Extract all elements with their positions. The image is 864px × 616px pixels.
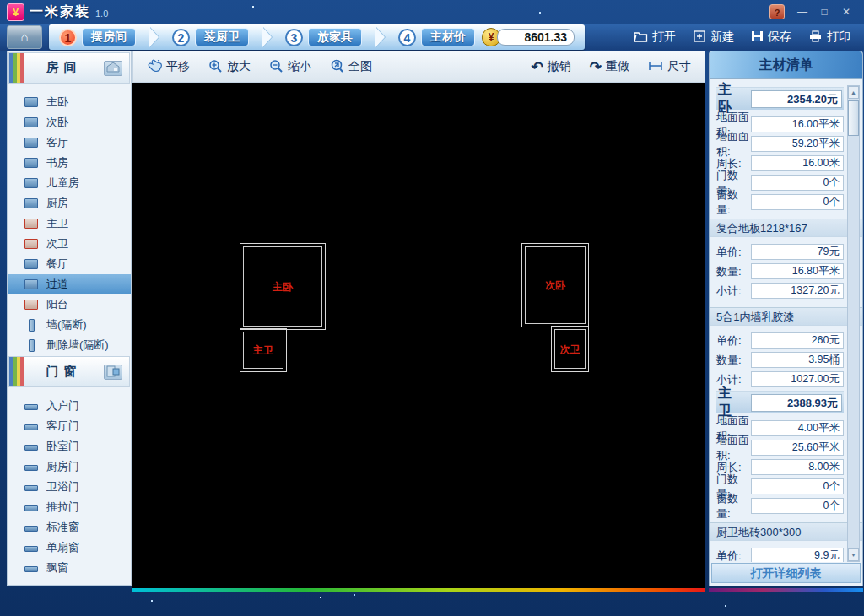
step-button-主材价[interactable]: 主材价 (421, 28, 475, 46)
canvas-tool-撤销[interactable]: ↶撤销 (532, 58, 571, 76)
sidebar-item-卫浴门[interactable]: 卫浴门 (8, 477, 131, 497)
floorplan-room-主卧[interactable]: 主卧 (240, 243, 326, 330)
bed-icon (24, 97, 38, 107)
sidebar-item-儿童房[interactable]: 儿童房 (8, 173, 131, 193)
maximize-icon[interactable]: □ (813, 4, 835, 19)
canvas-tool-label: 撤销 (548, 59, 571, 74)
door-icon (24, 445, 38, 451)
door-window-icon[interactable] (104, 365, 122, 380)
sidebar-item-label: 儿童房 (46, 176, 79, 191)
zoom-in-icon (208, 59, 227, 75)
floorplan-room-主卫[interactable]: 主卫 (240, 328, 287, 372)
material-row-value: 9.9元 (751, 548, 844, 562)
floorplan-canvas[interactable]: 主卧主卫次卧次卫 (132, 83, 705, 588)
sidebar-item-飘窗[interactable]: 飘窗 (8, 558, 131, 578)
sidebar-item-label: 阳台 (46, 297, 68, 312)
open-detail-list-button[interactable]: 打开详细列表 (711, 563, 861, 583)
minimize-icon[interactable]: — (791, 4, 813, 19)
canvas-tool-全图[interactable]: 全图 (330, 59, 372, 75)
canvas-tool-重做[interactable]: ↷重做 (590, 58, 629, 76)
sidebar-item-客厅[interactable]: 客厅 (8, 132, 131, 153)
new-file-icon (693, 30, 710, 45)
sidebar-item-单扇窗[interactable]: 单扇窗 (8, 538, 131, 558)
home-button[interactable]: ⌂ (7, 25, 42, 49)
app-version: 1.0 (95, 8, 108, 19)
canvas-tool-尺寸[interactable]: 尺寸 (648, 58, 691, 76)
materials-panel-title: 主材清单 (710, 51, 862, 79)
material-room-price: 2388.93元 (751, 394, 842, 412)
step-4: 4主材价 (398, 28, 475, 46)
canvas-rainbow-strip (132, 588, 705, 592)
wall-icon (29, 319, 35, 332)
canvas-tool-平移[interactable]: 平移 (147, 59, 190, 75)
save-icon (751, 30, 768, 45)
material-row-label: 数量: (716, 353, 751, 368)
material-row-value: 16.00米 (751, 155, 844, 171)
material-row: 单价:79元 (716, 242, 844, 262)
step-button-摆房间[interactable]: 摆房间 (82, 28, 136, 46)
sidebar-item-阳台[interactable]: 阳台 (8, 294, 131, 315)
sidebar-item-label: 单扇窗 (46, 540, 79, 555)
window-icon (24, 546, 38, 552)
bed-icon (24, 117, 38, 127)
file-action-新建[interactable]: 新建 (693, 30, 734, 45)
material-row: 数量:16.80平米 (716, 262, 844, 281)
file-actions: 打开新建保存打印 (617, 30, 850, 45)
sidebar-item-主卫[interactable]: 主卫 (8, 213, 131, 234)
canvas-tool-缩小[interactable]: 缩小 (269, 59, 311, 75)
sidebar-item-入户门[interactable]: 入户门 (8, 396, 131, 416)
file-action-label: 新建 (710, 30, 734, 45)
file-action-label: 保存 (768, 30, 791, 45)
step-chevron-icon (149, 27, 159, 47)
room-label: 主卫 (240, 343, 286, 358)
step-number: 3 (285, 29, 303, 46)
scrollbar-thumb[interactable] (848, 100, 859, 136)
canvas-tool-label: 放大 (227, 59, 251, 74)
material-row-value: 79元 (751, 244, 844, 260)
sidebar-list: 主卧次卧客厅书房儿童房厨房主卫次卫餐厅过道阳台墙(隔断)删除墙(隔断) (8, 84, 131, 355)
floorplan-room-次卧[interactable]: 次卧 (521, 243, 589, 327)
sidebar-item-主卧[interactable]: 主卧 (8, 92, 131, 112)
sidebar-item-label: 墙(隔断) (46, 317, 87, 332)
scroll-up-icon[interactable]: ▲ (848, 86, 859, 99)
sidebar-item-厨房门[interactable]: 厨房门 (8, 457, 131, 477)
material-room-header: 主 卧2354.20元 (716, 87, 844, 110)
canvas-tool-放大[interactable]: 放大 (208, 59, 251, 75)
room-label: 次卧 (522, 278, 588, 293)
sidebar-item-书房[interactable]: 书房 (8, 153, 131, 173)
sidebar-item-推拉门[interactable]: 推拉门 (8, 497, 131, 517)
scroll-down-icon[interactable]: ▼ (848, 548, 859, 561)
house-icon[interactable] (104, 61, 122, 76)
sidebar-item-删除墙(隔断)[interactable]: 删除墙(隔断) (8, 335, 131, 355)
file-action-label: 打印 (827, 30, 850, 45)
sidebar-item-次卧[interactable]: 次卧 (8, 112, 131, 132)
material-row: 墙面面积:59.20平米 (716, 134, 844, 154)
materials-scrollbar[interactable]: ▲ ▼ (847, 85, 860, 562)
sidebar-item-餐厅[interactable]: 餐厅 (8, 254, 131, 274)
file-action-保存[interactable]: 保存 (751, 30, 791, 45)
sidebar-item-过道[interactable]: 过道 (8, 274, 131, 294)
sidebar-item-客厅门[interactable]: 客厅门 (8, 416, 131, 436)
close-icon[interactable]: ✕ (835, 4, 857, 19)
rainbow-stripes-icon (9, 53, 24, 83)
step-button-装厨卫[interactable]: 装厨卫 (195, 28, 249, 46)
file-action-打印[interactable]: 打印 (808, 30, 850, 45)
floorplan-room-次卫[interactable]: 次卫 (551, 326, 589, 372)
help-icon[interactable]: ? (770, 4, 785, 19)
room-label: 次卫 (552, 342, 588, 356)
sidebar-item-标准窗[interactable]: 标准窗 (8, 517, 131, 538)
step-1: 1摆房间 (59, 28, 136, 46)
sidebar-item-label: 客厅门 (46, 419, 79, 434)
sidebar-item-墙(隔断)[interactable]: 墙(隔断) (8, 315, 131, 335)
step-button-放家具[interactable]: 放家具 (308, 28, 362, 46)
bay-window-icon (24, 566, 38, 572)
sidebar-item-label: 次卫 (46, 236, 68, 251)
door-icon (24, 404, 38, 410)
file-action-打开[interactable]: 打开 (634, 30, 676, 45)
material-row-label: 单价: (716, 333, 751, 349)
sidebar-item-厨房[interactable]: 厨房 (8, 193, 131, 213)
material-room-header: 主 卫2388.93元 (716, 391, 844, 413)
sidebar-item-卧室门[interactable]: 卧室门 (8, 436, 131, 457)
sidebar-item-次卫[interactable]: 次卫 (8, 234, 131, 254)
dining-icon (24, 259, 38, 269)
